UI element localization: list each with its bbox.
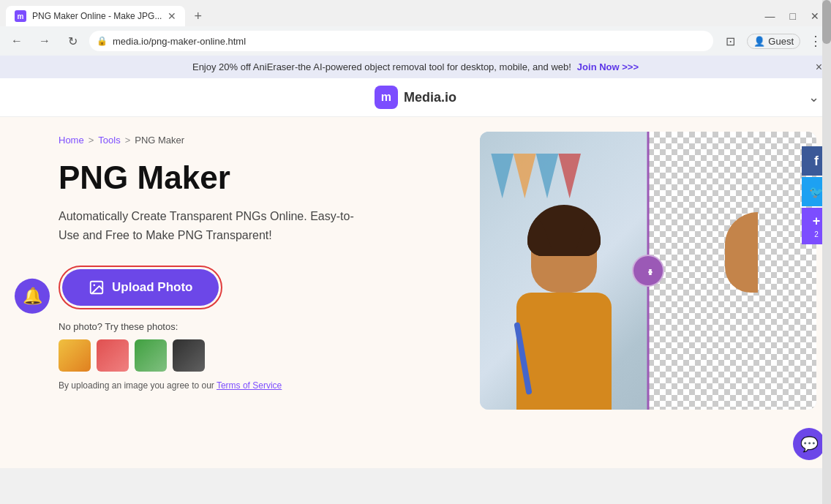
logo-icon: m	[375, 86, 398, 109]
upload-photo-button[interactable]: Upload Photo	[62, 269, 219, 306]
reload-button[interactable]: ↻	[61, 30, 83, 52]
page-heading: PNG Maker	[59, 160, 451, 195]
main-content: 🔔 Home > Tools > PNG Maker PNG Maker Aut…	[0, 117, 831, 468]
upload-photo-label: Upload Photo	[112, 280, 192, 295]
demo-drag-handle[interactable]: ‹›	[632, 255, 664, 287]
bell-icon: 🔔	[23, 287, 42, 306]
svg-marker-2	[491, 154, 514, 198]
notification-bell-button[interactable]: 🔔	[15, 279, 50, 314]
demo-right-half	[648, 132, 816, 410]
right-panel: ‹›	[480, 117, 831, 468]
upload-icon	[89, 279, 105, 296]
logo-name: Media.io	[404, 90, 456, 105]
tab-close-btn[interactable]: ✕	[168, 10, 176, 22]
sample-photo-4[interactable]	[173, 339, 205, 372]
header-chevron-icon[interactable]: ⌄	[808, 89, 819, 105]
sample-photos	[59, 339, 451, 372]
terms-link[interactable]: Terms of Service	[217, 380, 282, 391]
sample-photo-2[interactable]	[97, 339, 129, 372]
demo-left-half	[480, 132, 648, 410]
tab-favicon: m	[15, 10, 26, 22]
twitter-icon: 🐦	[809, 185, 824, 199]
minimize-button[interactable]: —	[759, 7, 781, 25]
cast-button[interactable]: ⊡	[719, 30, 741, 52]
breadcrumb-tools[interactable]: Tools	[98, 135, 120, 146]
upload-button-wrapper: Upload Photo	[59, 266, 222, 309]
browser-window: m PNG Maker Online - Make JPG... ✕ + — □…	[0, 0, 831, 56]
profile-button[interactable]: 👤 Guest	[747, 34, 800, 49]
svg-point-1	[93, 284, 95, 286]
breadcrumb-current: PNG Maker	[135, 135, 184, 146]
try-photos-text: No photo? Try these photos:	[59, 321, 451, 332]
tab-title: PNG Maker Online - Make JPG...	[32, 11, 162, 21]
profile-icon: 👤	[753, 36, 765, 47]
maximize-button[interactable]: □	[784, 7, 802, 25]
scroll-track	[822, 0, 831, 504]
chat-icon: 💬	[800, 435, 819, 453]
scroll-thumb[interactable]	[822, 0, 831, 44]
svg-marker-4	[536, 154, 559, 198]
promo-banner: Enjoy 20% off AniEraser-the AI-powered o…	[0, 56, 831, 78]
forward-button[interactable]: →	[34, 30, 56, 52]
breadcrumb-home[interactable]: Home	[59, 135, 84, 146]
address-input[interactable]	[89, 31, 713, 51]
window-controls: — □ ✕	[759, 7, 825, 25]
site-header: m Media.io ⌄	[0, 78, 831, 117]
page-description: Automatically Create Transparent PNGs On…	[59, 207, 366, 244]
address-bar-row: ← → ↻ 🔒 ⊡ 👤 Guest ⋮	[0, 26, 831, 56]
new-tab-button[interactable]: +	[188, 6, 208, 27]
sample-photo-3[interactable]	[135, 339, 167, 372]
address-bar-wrapper: 🔒	[89, 31, 713, 51]
lock-icon: 🔒	[97, 36, 108, 46]
drag-handle-icon: ‹›	[647, 263, 648, 279]
active-tab[interactable]: m PNG Maker Online - Make JPG... ✕	[6, 6, 185, 26]
sample-photo-1[interactable]	[59, 339, 91, 372]
tab-bar: m PNG Maker Online - Make JPG... ✕ + — □…	[0, 0, 831, 26]
promo-text: Enjoy 20% off AniEraser-the AI-powered o…	[192, 61, 571, 72]
promo-cta[interactable]: Join Now >>>	[577, 61, 639, 72]
plus-icon: +	[813, 214, 821, 229]
facebook-icon: f	[814, 154, 819, 169]
share-count: 2	[814, 230, 819, 238]
promo-close-button[interactable]: ×	[816, 61, 822, 74]
terms-prefix: By uploading an image you agree to our	[59, 380, 217, 391]
svg-marker-5	[558, 154, 581, 198]
profile-label: Guest	[768, 36, 794, 47]
breadcrumb-sep1: >	[89, 135, 94, 146]
svg-marker-3	[514, 154, 536, 198]
breadcrumb: Home > Tools > PNG Maker	[59, 135, 451, 146]
logo-area: m Media.io	[375, 86, 456, 109]
breadcrumb-sep2: >	[125, 135, 131, 146]
terms-text: By uploading an image you agree to our T…	[59, 380, 451, 391]
back-button[interactable]: ←	[6, 30, 28, 52]
demo-image-container: ‹›	[480, 132, 816, 410]
chat-button[interactable]: 💬	[793, 428, 825, 460]
left-panel: 🔔 Home > Tools > PNG Maker PNG Maker Aut…	[0, 117, 480, 468]
